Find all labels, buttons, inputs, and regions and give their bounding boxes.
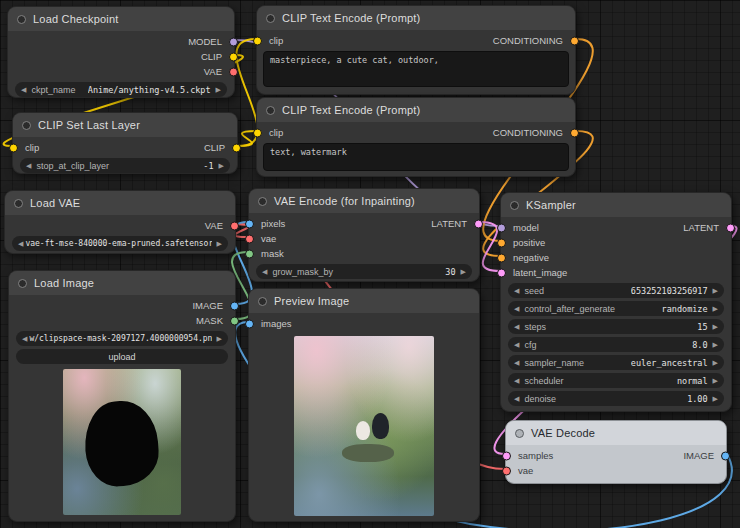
node-clip-text-encode-negative[interactable]: CLIP Text Encode (Prompt) clip CONDITION… (256, 97, 576, 177)
collapse-icon[interactable] (18, 279, 27, 288)
widget-control-after-generate[interactable]: ◀ control_after_generate randomize ▶ (508, 301, 724, 316)
increment-icon[interactable]: ▶ (713, 287, 718, 295)
node-preview-image[interactable]: Preview Image images (248, 288, 480, 522)
node-title-bar[interactable]: Load Image (9, 271, 235, 295)
samples-input-port[interactable] (502, 451, 511, 460)
increment-icon[interactable]: ▶ (461, 268, 466, 276)
decrement-icon[interactable]: ◀ (514, 377, 519, 385)
clip-output-port[interactable] (232, 143, 241, 152)
images-input-port[interactable] (245, 319, 254, 328)
increment-icon[interactable]: ▶ (713, 377, 718, 385)
image-output-port[interactable] (721, 451, 730, 460)
collapse-icon[interactable] (266, 106, 275, 115)
decrement-icon[interactable]: ◀ (22, 335, 27, 343)
widget-ckpt-name[interactable]: ◀ ckpt_name Anime/anything-v4.5.ckpt ▶ (15, 82, 227, 97)
collapse-icon[interactable] (17, 15, 26, 24)
input-label-vae: vae (518, 465, 533, 476)
increment-icon[interactable]: ▶ (216, 86, 221, 94)
collapse-icon[interactable] (266, 14, 275, 23)
decrement-icon[interactable]: ◀ (514, 287, 519, 295)
increment-icon[interactable]: ▶ (217, 335, 222, 343)
widget-denoise[interactable]: ◀ denoise 1.00 ▶ (508, 391, 724, 406)
widget-scheduler[interactable]: ◀ scheduler normal ▶ (508, 373, 724, 388)
node-clip-text-encode-positive[interactable]: CLIP Text Encode (Prompt) clip CONDITION… (256, 5, 576, 95)
decrement-icon[interactable]: ◀ (514, 359, 519, 367)
decrement-icon[interactable]: ◀ (514, 395, 519, 403)
mask-input-port[interactable] (245, 249, 254, 258)
node-title-bar[interactable]: Load Checkpoint (8, 7, 234, 31)
mask-output-port[interactable] (230, 316, 239, 325)
output-label-conditioning: CONDITIONING (493, 35, 563, 46)
increment-icon[interactable]: ▶ (217, 240, 222, 248)
clip-input-port[interactable] (253, 128, 262, 137)
upload-button[interactable]: upload (16, 349, 228, 364)
decrement-icon[interactable]: ◀ (514, 305, 519, 313)
widget-steps[interactable]: ◀ steps 15 ▶ (508, 319, 724, 334)
node-title-bar[interactable]: CLIP Text Encode (Prompt) (257, 98, 575, 122)
decrement-icon[interactable]: ◀ (514, 323, 519, 331)
conditioning-output-port[interactable] (570, 36, 579, 45)
clip-input-port[interactable] (9, 143, 18, 152)
collapse-icon[interactable] (258, 297, 267, 306)
latent-output-port[interactable] (726, 223, 735, 232)
node-load-checkpoint[interactable]: Load Checkpoint MODEL CLIP VAE ◀ ckpt_na… (7, 6, 235, 98)
latent-image-input-port[interactable] (497, 268, 506, 277)
increment-icon[interactable]: ▶ (713, 359, 718, 367)
negative-input-port[interactable] (497, 253, 506, 262)
conditioning-output-port[interactable] (570, 128, 579, 137)
node-load-image[interactable]: Load Image IMAGE MASK ◀ w/clipspace-mask… (8, 270, 236, 522)
pixels-input-port[interactable] (245, 219, 254, 228)
collapse-icon[interactable] (258, 197, 267, 206)
increment-icon[interactable]: ▶ (219, 162, 224, 170)
widget-image-filename[interactable]: ◀ w/clipspace-mask-2097127.4000000954.pn… (16, 331, 228, 346)
widget-sampler-name[interactable]: ◀ sampler_name euler_ancestral ▶ (508, 355, 724, 370)
collapse-icon[interactable] (515, 429, 524, 438)
increment-icon[interactable]: ▶ (713, 341, 718, 349)
node-load-vae[interactable]: Load VAE VAE ◀ vae-ft-mse-840000-ema-pru… (4, 190, 236, 254)
node-clip-set-last-layer[interactable]: CLIP Set Last Layer clip CLIP ◀ stop_at_… (12, 112, 238, 174)
widget-value: 653252103256917 (631, 286, 708, 296)
widget-grow-mask-by[interactable]: ◀ grow_mask_by 30 ▶ (256, 264, 472, 279)
decrement-icon[interactable]: ◀ (21, 86, 26, 94)
widget-vae-name[interactable]: ◀ vae-ft-mse-840000-ema-pruned.safetenso… (12, 236, 228, 251)
node-graph-canvas[interactable]: Load Checkpoint MODEL CLIP VAE ◀ ckpt_na… (0, 0, 740, 528)
node-title-bar[interactable]: CLIP Set Last Layer (13, 113, 237, 137)
collapse-icon[interactable] (22, 121, 31, 130)
model-output-port[interactable] (229, 37, 238, 46)
increment-icon[interactable]: ▶ (713, 305, 718, 313)
decrement-icon[interactable]: ◀ (26, 162, 31, 170)
node-vae-encode-inpainting[interactable]: VAE Encode (for Inpainting) pixels LATEN… (248, 188, 480, 282)
positive-input-port[interactable] (497, 238, 506, 247)
collapse-icon[interactable] (510, 201, 519, 210)
node-ksampler[interactable]: KSampler model LATENT positive negative … (500, 192, 732, 412)
node-title-bar[interactable]: VAE Decode (506, 421, 726, 445)
node-title-bar[interactable]: KSampler (501, 193, 731, 217)
decrement-icon[interactable]: ◀ (262, 268, 267, 276)
image-output-port[interactable] (230, 301, 239, 310)
latent-output-port[interactable] (474, 219, 483, 228)
node-title-bar[interactable]: Preview Image (249, 289, 479, 313)
widget-seed[interactable]: ◀ seed 653252103256917 ▶ (508, 283, 724, 298)
widget-stop-at-clip-layer[interactable]: ◀ stop_at_clip_layer -1 ▶ (20, 158, 230, 173)
black-cat-shape (372, 413, 389, 439)
collapse-icon[interactable] (14, 199, 23, 208)
vae-output-port[interactable] (230, 221, 239, 230)
clip-input-port[interactable] (253, 36, 262, 45)
vae-input-port[interactable] (245, 234, 254, 243)
widget-label: seed (524, 286, 544, 296)
increment-icon[interactable]: ▶ (713, 323, 718, 331)
prompt-textarea[interactable]: masterpiece, a cute cat, outdoor, (263, 51, 569, 87)
vae-input-port[interactable] (502, 466, 511, 475)
vae-output-port[interactable] (229, 67, 238, 76)
increment-icon[interactable]: ▶ (713, 395, 718, 403)
node-vae-decode[interactable]: VAE Decode samples IMAGE vae (505, 420, 727, 484)
decrement-icon[interactable]: ◀ (514, 341, 519, 349)
prompt-textarea[interactable]: text, watermark (263, 143, 569, 171)
node-title-bar[interactable]: VAE Encode (for Inpainting) (249, 189, 479, 213)
clip-output-port[interactable] (229, 52, 238, 61)
widget-cfg[interactable]: ◀ cfg 8.0 ▶ (508, 337, 724, 352)
decrement-icon[interactable]: ◀ (18, 240, 23, 248)
node-title-bar[interactable]: CLIP Text Encode (Prompt) (257, 6, 575, 30)
model-input-port[interactable] (497, 223, 506, 232)
node-title-bar[interactable]: Load VAE (5, 191, 235, 215)
